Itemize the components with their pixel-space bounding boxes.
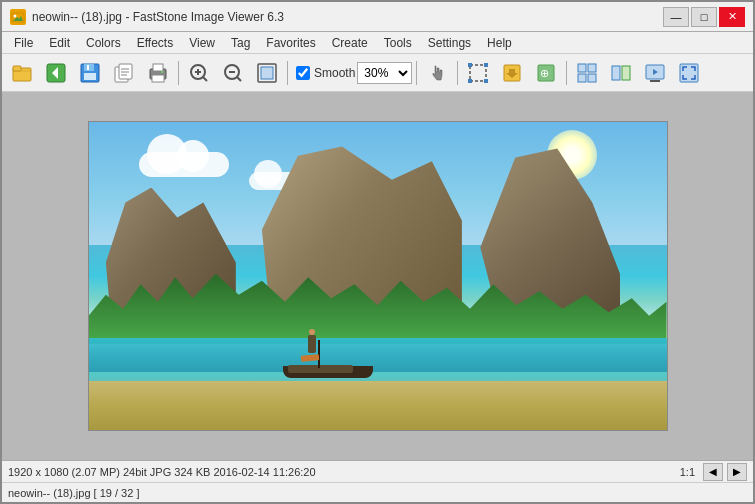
svg-rect-37 [578, 64, 586, 72]
svg-rect-18 [152, 75, 164, 82]
menu-view[interactable]: View [181, 34, 223, 52]
app-icon [10, 9, 26, 25]
open-folder-button[interactable] [6, 58, 38, 88]
svg-text:⊕: ⊕ [540, 67, 549, 79]
svg-rect-31 [484, 63, 488, 67]
menu-favorites[interactable]: Favorites [258, 34, 323, 52]
statusbar: 1920 x 1080 (2.07 MP) 24bit JPG 324 KB 2… [2, 460, 753, 482]
menu-file[interactable]: File [6, 34, 41, 52]
menu-tag[interactable]: Tag [223, 34, 258, 52]
svg-point-1 [14, 14, 17, 17]
slideshow-button[interactable] [639, 58, 671, 88]
image-info: 1920 x 1080 (2.07 MP) 24bit JPG 324 KB 2… [8, 466, 316, 478]
toolbar: Smooth 10% 20% 30% 40% 50% 75% 100% 150%… [2, 54, 753, 92]
svg-rect-40 [588, 74, 596, 82]
zoom-level: 1:1 [680, 466, 695, 478]
copy-button[interactable] [108, 58, 140, 88]
link-button[interactable]: ⊕ [530, 58, 562, 88]
menu-colors[interactable]: Colors [78, 34, 129, 52]
scroll-right-button[interactable]: ▶ [727, 463, 747, 481]
boat [273, 353, 383, 378]
smooth-label[interactable]: Smooth [314, 66, 355, 80]
beach [89, 381, 667, 430]
main-window: neowin-- (18).jpg - FastStone Image View… [0, 0, 755, 504]
titlebar-controls: — □ ✕ [663, 7, 745, 27]
svg-rect-9 [84, 73, 96, 80]
smooth-area: Smooth [296, 66, 355, 80]
menu-tools[interactable]: Tools [376, 34, 420, 52]
menubar: File Edit Colors Effects View Tag Favori… [2, 32, 753, 54]
window-title: neowin-- (18).jpg - FastStone Image View… [32, 10, 284, 24]
boat-person [308, 335, 316, 353]
svg-rect-17 [153, 64, 163, 71]
select-rect-button[interactable] [462, 58, 494, 88]
svg-rect-10 [87, 65, 89, 70]
svg-rect-4 [13, 66, 21, 71]
image-display [88, 121, 668, 431]
svg-rect-28 [261, 67, 273, 79]
menu-edit[interactable]: Edit [41, 34, 78, 52]
svg-rect-42 [622, 66, 630, 80]
separator-3 [416, 61, 417, 85]
minimize-button[interactable]: — [663, 7, 689, 27]
filename-bar: neowin-- (18).jpg [ 19 / 32 ] [2, 482, 753, 502]
filename-text: neowin-- (18).jpg [ 19 / 32 ] [8, 487, 139, 499]
svg-rect-33 [484, 79, 488, 83]
print-button[interactable] [142, 58, 174, 88]
menu-create[interactable]: Create [324, 34, 376, 52]
fullscreen-button[interactable] [673, 58, 705, 88]
statusbar-right: 1:1 ◀ ▶ [680, 463, 747, 481]
content-area [2, 92, 753, 460]
svg-rect-32 [468, 79, 472, 83]
save-button[interactable] [74, 58, 106, 88]
compare-button[interactable] [605, 58, 637, 88]
smooth-checkbox[interactable] [296, 66, 310, 80]
menu-settings[interactable]: Settings [420, 34, 479, 52]
svg-rect-39 [578, 74, 586, 82]
cloud-1 [139, 152, 229, 177]
close-button[interactable]: ✕ [719, 7, 745, 27]
nav-controls: ◀ ▶ [703, 463, 747, 481]
menu-help[interactable]: Help [479, 34, 520, 52]
separator-4 [457, 61, 458, 85]
zoom-out-button[interactable] [217, 58, 249, 88]
scroll-left-button[interactable]: ◀ [703, 463, 723, 481]
menu-effects[interactable]: Effects [129, 34, 181, 52]
hand-tool-button[interactable] [421, 58, 453, 88]
separator-5 [566, 61, 567, 85]
image-bg [89, 122, 667, 430]
prev-image-button[interactable] [40, 58, 72, 88]
separator-2 [287, 61, 288, 85]
zoom-dropdown[interactable]: 10% 20% 30% 40% 50% 75% 100% 150% 200% [357, 62, 412, 84]
svg-rect-29 [470, 65, 486, 81]
svg-rect-19 [161, 71, 163, 73]
fit-page-button[interactable] [251, 58, 283, 88]
svg-rect-38 [588, 64, 596, 72]
separator-1 [178, 61, 179, 85]
svg-rect-45 [650, 80, 660, 82]
zoom-in-button[interactable] [183, 58, 215, 88]
svg-line-26 [237, 77, 241, 81]
svg-line-23 [203, 77, 207, 81]
maximize-button[interactable]: □ [691, 7, 717, 27]
thumbnail-view-button[interactable] [571, 58, 603, 88]
svg-rect-30 [468, 63, 472, 67]
titlebar: neowin-- (18).jpg - FastStone Image View… [2, 2, 753, 32]
titlebar-left: neowin-- (18).jpg - FastStone Image View… [10, 9, 284, 25]
rotate-cw-button[interactable] [496, 58, 528, 88]
svg-rect-41 [612, 66, 620, 80]
